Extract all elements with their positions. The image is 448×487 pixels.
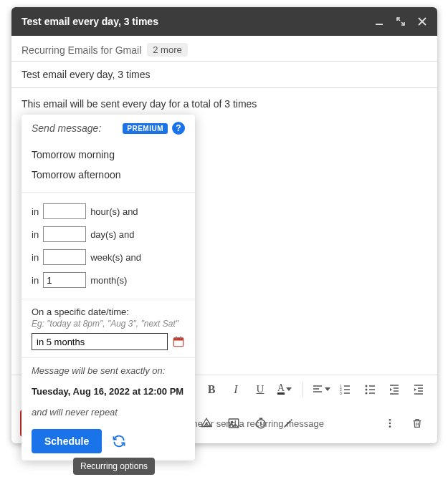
weeks-input[interactable]	[43, 249, 86, 265]
popup-relative-section: in hour(s) and in day(s) and in week(s) …	[22, 193, 195, 299]
titlebar: Test email every day, 3 times	[11, 7, 437, 36]
align-button[interactable]	[310, 379, 332, 400]
body-text: This email will be sent every day for a …	[22, 98, 257, 110]
recurring-options-tooltip: Recurring options	[73, 458, 155, 475]
drive-icon[interactable]	[195, 412, 218, 435]
send-message-label: Send message:	[32, 122, 123, 134]
subject-field[interactable]: Test email every day, 3 times	[11, 62, 437, 88]
svg-point-10	[389, 419, 391, 421]
row-hours: in hour(s) and	[32, 200, 185, 223]
date-example: Eg: "today at 8pm", "Aug 3", "next Sat"	[32, 319, 185, 329]
schedule-popup: Send message: PREMIUM ? Tomorrow morning…	[22, 115, 195, 461]
weeks-suffix: week(s) and	[90, 252, 141, 263]
recurring-options-icon[interactable]	[112, 434, 126, 448]
svg-point-5	[366, 388, 368, 390]
option-tomorrow-afternoon[interactable]: Tomorrow afternoon	[32, 165, 185, 185]
svg-rect-15	[176, 337, 177, 339]
calendar-icon[interactable]	[172, 335, 185, 348]
svg-point-6	[366, 392, 368, 394]
schedule-msg: Message will be sent exactly on:	[32, 365, 185, 376]
row-months: in month(s)	[32, 269, 185, 291]
close-icon[interactable]	[417, 16, 427, 26]
indent-more-button[interactable]	[408, 379, 429, 400]
more-recipients-chip[interactable]: 2 more	[147, 43, 187, 57]
separator	[302, 382, 303, 397]
compose-attachments-group	[191, 412, 300, 435]
bold-button[interactable]: B	[201, 379, 222, 400]
prefix: in	[32, 275, 39, 286]
prefix: in	[32, 229, 39, 240]
discard-icon[interactable]	[406, 412, 429, 435]
minimize-icon[interactable]	[374, 16, 384, 26]
numbered-list-button[interactable]: 123	[335, 379, 356, 400]
hours-input[interactable]	[43, 203, 86, 219]
svg-rect-14	[173, 338, 184, 341]
days-suffix: day(s) and	[90, 229, 134, 240]
schedule-icon[interactable]	[249, 412, 272, 435]
hours-suffix: hour(s) and	[90, 206, 138, 217]
svg-text:3: 3	[340, 391, 342, 395]
window-title: Test email every day, 3 times	[22, 16, 374, 27]
underline-button[interactable]: U	[249, 379, 271, 400]
recipient-name: Recurring Emails for Gmail	[22, 44, 141, 56]
date-input[interactable]	[32, 333, 168, 350]
expand-icon[interactable]	[396, 16, 406, 26]
schedule-repeat: and will never repeat	[32, 407, 185, 418]
row-days: in day(s) and	[32, 223, 185, 246]
svg-rect-16	[180, 337, 181, 339]
months-input[interactable]	[43, 272, 86, 288]
pen-icon[interactable]	[277, 412, 300, 435]
svg-point-11	[389, 423, 391, 425]
months-suffix: month(s)	[90, 275, 127, 286]
indent-less-button[interactable]	[383, 379, 405, 400]
date-label: On a specific date/time:	[32, 307, 185, 317]
popup-date-section: On a specific date/time: Eg: "today at 8…	[22, 299, 195, 358]
schedule-button[interactable]: Schedule	[32, 429, 102, 453]
help-icon[interactable]: ?	[172, 122, 185, 135]
insert-photo-icon[interactable]	[222, 412, 245, 435]
text-color-button[interactable]: A	[274, 379, 295, 400]
days-input[interactable]	[43, 226, 86, 242]
compose-right-group	[374, 412, 429, 435]
schedule-exact-time: Tuesday, Aug 16, 2022 at 12:00 PM	[32, 386, 185, 397]
recipients-row[interactable]: Recurring Emails for Gmail 2 more	[11, 36, 437, 62]
premium-badge: PREMIUM	[123, 123, 168, 134]
popup-header-section: Send message: PREMIUM ? Tomorrow morning…	[22, 115, 195, 193]
svg-point-4	[366, 385, 368, 387]
popup-schedule-section: Message will be sent exactly on: Tuesday…	[22, 358, 195, 461]
svg-point-12	[389, 425, 391, 428]
more-options-icon[interactable]	[378, 412, 401, 435]
bulleted-list-button[interactable]	[359, 379, 381, 400]
row-weeks: in week(s) and	[32, 246, 185, 269]
italic-button[interactable]: I	[225, 379, 247, 400]
window-controls	[374, 16, 427, 26]
svg-point-8	[232, 421, 233, 423]
prefix: in	[32, 252, 39, 263]
prefix: in	[32, 206, 39, 217]
option-tomorrow-morning[interactable]: Tomorrow morning	[32, 145, 185, 165]
